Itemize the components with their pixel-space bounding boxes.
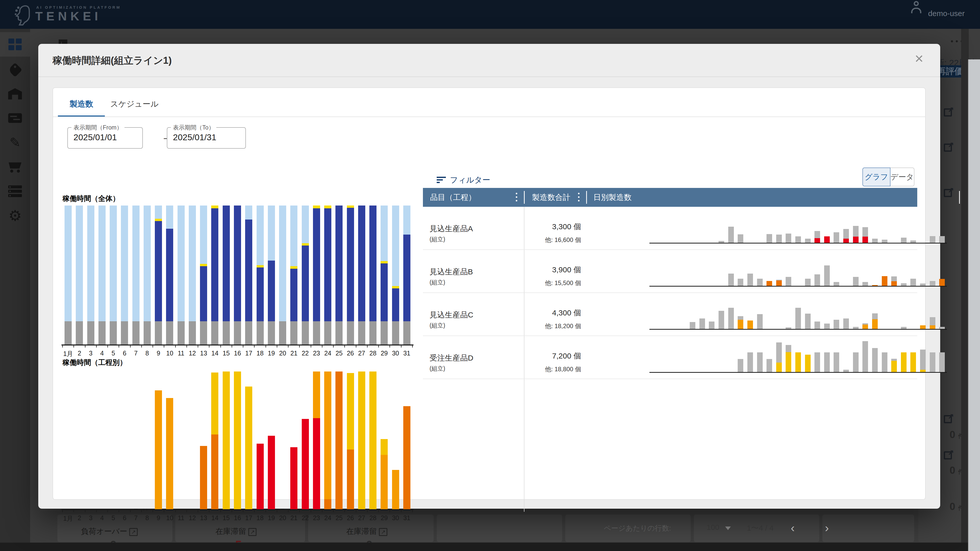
overtime-segment xyxy=(211,205,218,208)
sidebar-item-master[interactable] xyxy=(0,179,30,203)
tab-schedule[interactable]: スケジュール xyxy=(107,94,161,114)
logo-subtitle: AI OPTIMIZATION PLATFORM xyxy=(36,5,121,10)
x-label: 20 xyxy=(279,349,286,357)
tick xyxy=(73,345,74,348)
operating-segment xyxy=(223,205,230,321)
view-toggle-data[interactable]: データ xyxy=(891,168,915,186)
x-label: 11 xyxy=(178,349,185,357)
spark-bar-day17 xyxy=(805,355,811,372)
spark-bar-day24 xyxy=(872,313,878,319)
external-link-icon[interactable]: ↗ xyxy=(944,106,954,116)
sidebar-item-warehouse[interactable] xyxy=(0,82,30,106)
spark-bar-day24 xyxy=(872,319,878,329)
spark-bar-day8 xyxy=(719,241,724,243)
fixed-segment xyxy=(211,321,218,345)
column-menu-icon[interactable] xyxy=(578,193,579,202)
sidebar-item-plans[interactable] xyxy=(0,106,30,130)
spark-bar-day19 xyxy=(824,324,830,329)
username[interactable]: demo-user xyxy=(928,9,965,18)
dropdown-caret-icon[interactable] xyxy=(725,527,731,530)
tick xyxy=(390,345,390,348)
fixed-segment xyxy=(121,321,128,345)
tick xyxy=(186,509,187,512)
table-row: 受注生産品D(組立)7,200 個他: 18,800 個 xyxy=(423,336,917,379)
tick xyxy=(164,509,164,512)
tick xyxy=(243,509,243,512)
page-scrollbar[interactable] xyxy=(968,59,980,551)
x-label: 16 xyxy=(234,514,241,522)
spark-bar-day26 xyxy=(891,276,897,281)
external-link-icon[interactable]: ↗ xyxy=(944,413,954,423)
server-icon xyxy=(8,185,22,197)
x-label: 8 xyxy=(145,514,149,522)
tick xyxy=(153,345,153,348)
modal-title: 稼働時間詳細(組立ライン1) xyxy=(52,54,172,67)
close-icon[interactable]: × xyxy=(915,51,923,66)
overtime-segment xyxy=(257,265,264,267)
column-resize-handle[interactable] xyxy=(524,191,525,204)
date-from-field[interactable]: 表示期間（From） 2025/01/01 xyxy=(67,127,143,149)
spark-bar-day26 xyxy=(891,359,897,361)
spark-bar-day17 xyxy=(805,279,811,286)
column-resize-handle[interactable] xyxy=(586,191,587,204)
app-header: AI OPTIMIZATION PLATFORM TENKEI demo-use… xyxy=(0,0,980,29)
bg-card-label: 在庫滞留 ↗ xyxy=(347,526,387,537)
fixed-segment xyxy=(132,321,140,345)
column-resize-handle[interactable] xyxy=(959,191,960,204)
table-pagination: ページあたりの行数: 100 1〜4 / 4 ‹ › xyxy=(423,519,917,537)
screen: 新: 22日前 再評価 ↗↗↗↗↗ 0 件0 件0 件 0 件0 件0.20 日… xyxy=(0,0,980,551)
filter-button[interactable]: フィルター xyxy=(437,175,490,185)
tick xyxy=(378,509,379,512)
operating-segment xyxy=(211,208,218,321)
bg-bottom-strip xyxy=(0,543,980,551)
rows-per-page-select[interactable]: 100 xyxy=(706,523,719,532)
sparkline-axis xyxy=(649,329,947,330)
daily-production-sparkline xyxy=(649,252,947,286)
column-header-item[interactable]: 品目（工程） xyxy=(430,188,476,207)
process-segment-day15 xyxy=(223,372,230,509)
x-label: 22 xyxy=(302,349,309,357)
x-label: 17 xyxy=(245,514,252,522)
sidebar-item-tag[interactable] xyxy=(0,58,30,82)
spark-bar-day30 xyxy=(930,317,935,326)
user-icon[interactable] xyxy=(911,1,921,13)
sidebar-item-orders[interactable] xyxy=(0,154,30,179)
fixed-segment xyxy=(189,321,196,345)
x-label: 22 xyxy=(302,514,309,522)
view-toggle-graph[interactable]: グラフ xyxy=(862,168,891,186)
external-link-icon[interactable]: ↗ xyxy=(944,187,954,197)
column-header-daily[interactable]: 日別製造数 xyxy=(593,188,632,207)
tick xyxy=(198,509,198,512)
process-segment-day28 xyxy=(369,372,377,509)
spark-bar-day14 xyxy=(776,362,782,372)
process-segment-day22 xyxy=(302,419,309,509)
next-page-icon[interactable]: › xyxy=(825,521,829,535)
sidebar-item-edit[interactable]: ✎ xyxy=(0,130,30,155)
date-to-field[interactable]: 表示期間（To） 2025/01/31 xyxy=(167,127,246,149)
column-menu-icon[interactable] xyxy=(516,193,517,202)
sidebar-item-settings[interactable]: ⚙ xyxy=(0,203,30,228)
x-label: 20 xyxy=(279,514,286,522)
item-process: (組立) xyxy=(430,365,445,373)
external-link-icon[interactable]: ↗ xyxy=(944,449,954,459)
spark-bar-day9 xyxy=(728,273,734,286)
daily-production-sparkline xyxy=(649,209,947,243)
spark-bar-day30 xyxy=(930,281,935,286)
card-icon xyxy=(8,113,22,123)
spark-bar-day16 xyxy=(795,308,801,329)
tick xyxy=(277,345,277,348)
tick xyxy=(311,345,311,348)
tick xyxy=(243,345,243,348)
sparkline-axis xyxy=(649,286,947,287)
prev-page-icon[interactable]: ‹ xyxy=(791,521,795,535)
spark-bar-day31 xyxy=(939,236,945,243)
tab-production-count[interactable]: 製造数 xyxy=(58,94,105,114)
external-link-icon[interactable]: ↗ xyxy=(944,141,954,152)
fixed-segment xyxy=(245,321,252,345)
sidebar-item-dashboard[interactable] xyxy=(0,32,30,57)
fixed-segment xyxy=(290,321,298,345)
column-header-total[interactable]: 製造数合計 xyxy=(532,188,570,207)
process-segment-day10 xyxy=(166,398,173,509)
tick xyxy=(153,509,153,512)
process-segment-day24 xyxy=(324,372,331,500)
